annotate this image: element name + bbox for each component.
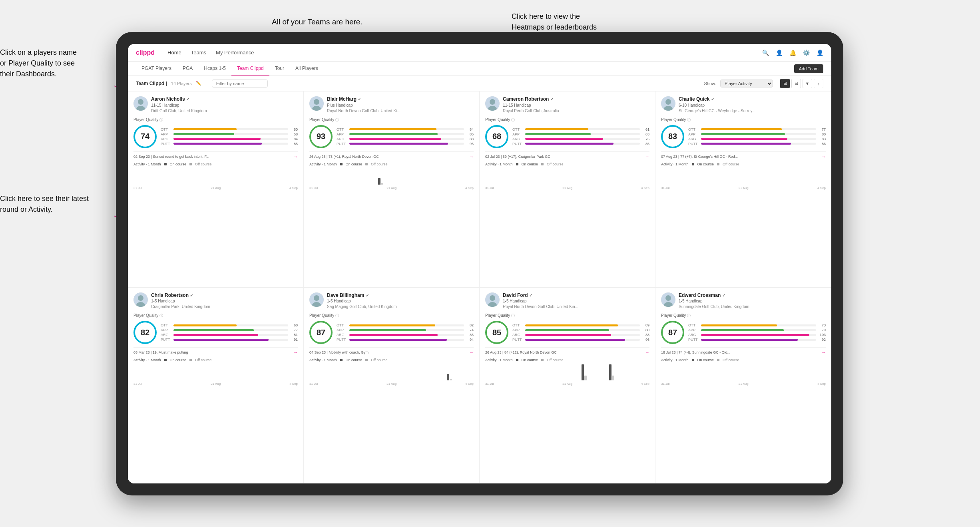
add-team-button[interactable]: Add Team bbox=[794, 64, 823, 73]
round-arrow-icon[interactable]: → bbox=[469, 154, 474, 159]
stat-row-putt: PUTT 96 bbox=[512, 338, 649, 342]
stat-row-app: APP 80 bbox=[512, 328, 649, 332]
date-end: 4 Sep bbox=[289, 186, 298, 190]
quality-circle[interactable]: 83 bbox=[661, 125, 684, 148]
stat-row-arg: ARG 81 bbox=[161, 333, 298, 337]
round-arrow-icon[interactable]: → bbox=[645, 350, 649, 355]
player-name[interactable]: Blair McHarg ✓ bbox=[327, 96, 474, 103]
round-arrow-icon[interactable]: → bbox=[293, 350, 298, 355]
latest-round[interactable]: 07 Aug 23 | 77 (+7), St George's Hill GC… bbox=[661, 151, 826, 159]
quality-score: 68 bbox=[492, 132, 501, 141]
on-course-dot bbox=[164, 163, 167, 165]
player-name[interactable]: Charlie Quick ✓ bbox=[679, 96, 826, 103]
date-end: 4 Sep bbox=[641, 382, 649, 386]
chart-container: 31 Jul 21 Aug 4 Sep bbox=[133, 168, 298, 190]
list-view-button[interactable]: ⊟ bbox=[791, 79, 801, 88]
quality-section[interactable]: 83 OTT 77 APP 80 ARG bbox=[661, 125, 826, 148]
latest-round[interactable]: 18 Jul 23 | 74 (+4), Sunningdale GC - Ol… bbox=[661, 347, 826, 355]
ott-label: OTT bbox=[688, 323, 699, 327]
on-course-dot bbox=[340, 163, 343, 165]
show-select[interactable]: Player Activity Quality Score Trend bbox=[720, 80, 773, 88]
nav-home[interactable]: Home bbox=[167, 50, 181, 56]
bell-icon[interactable]: 🔔 bbox=[789, 49, 796, 56]
chart-dates: 31 Jul 21 Aug 4 Sep bbox=[133, 186, 298, 190]
tab-tour[interactable]: Tour bbox=[269, 62, 290, 76]
profile-icon[interactable]: 👤 bbox=[775, 49, 783, 56]
player-card[interactable]: Aaron Nicholls ✓ 11-15 Handicap Drift Go… bbox=[128, 91, 304, 288]
ott-bar bbox=[525, 324, 618, 326]
player-card[interactable]: David Ford ✓ 1-5 Handicap Royal North De… bbox=[480, 288, 655, 484]
player-name[interactable]: David Ford ✓ bbox=[503, 292, 649, 299]
player-card[interactable]: Dave Billingham ✓ 1-5 Handicap Sag Magin… bbox=[304, 288, 480, 484]
off-course-dot bbox=[541, 359, 544, 361]
stat-row-ott: OTT 60 bbox=[161, 323, 298, 327]
latest-round[interactable]: 26 Aug 23 | 73 (+1), Royal North Devon G… bbox=[309, 151, 474, 159]
quality-circle[interactable]: 74 bbox=[133, 125, 157, 148]
quality-section[interactable]: 74 OTT 60 APP 58 ARG bbox=[133, 125, 298, 148]
chart-bars bbox=[309, 168, 474, 185]
quality-section[interactable]: 68 OTT 61 APP 63 ARG bbox=[485, 125, 649, 148]
quality-section[interactable]: 93 OTT 84 APP 85 ARG bbox=[309, 125, 474, 148]
avatar-icon[interactable]: 👤 bbox=[816, 49, 823, 56]
arg-bar-container bbox=[173, 334, 288, 336]
tab-hcaps[interactable]: Hcaps 1-5 bbox=[198, 62, 231, 76]
tab-all-players[interactable]: All Players bbox=[290, 62, 324, 76]
player-card[interactable]: Cameron Robertson ✓ 11-15 Handicap Royal… bbox=[480, 91, 655, 288]
quality-circle[interactable]: 87 bbox=[661, 321, 684, 344]
off-course-bar bbox=[584, 376, 587, 380]
grid-view-button[interactable]: ⊞ bbox=[780, 79, 790, 88]
round-arrow-icon[interactable]: → bbox=[293, 154, 298, 159]
filter-button[interactable]: ▼ bbox=[803, 79, 812, 88]
round-arrow-icon[interactable]: → bbox=[821, 350, 826, 355]
edit-icon[interactable]: ✏️ bbox=[196, 81, 201, 86]
quality-circle[interactable]: 68 bbox=[485, 125, 508, 148]
quality-section[interactable]: 87 OTT 73 APP 79 ARG bbox=[661, 321, 826, 344]
latest-round[interactable]: 04 Sep 23 | Mobility with coach, Gym → bbox=[309, 347, 474, 355]
nav-teams[interactable]: Teams bbox=[191, 50, 206, 56]
sort-button[interactable]: ↕ bbox=[814, 79, 823, 88]
latest-round[interactable]: 02 Jul 23 | 59 (+17), Craigmillar Park G… bbox=[485, 151, 649, 159]
quality-circle[interactable]: 87 bbox=[309, 321, 333, 344]
date-start: 31 Jul bbox=[661, 382, 669, 386]
on-course-label: On course bbox=[522, 358, 538, 362]
quality-section[interactable]: 82 OTT 60 APP 77 ARG bbox=[133, 321, 298, 344]
quality-circle[interactable]: 82 bbox=[133, 321, 157, 344]
round-arrow-icon[interactable]: → bbox=[821, 154, 826, 159]
quality-section[interactable]: 85 OTT 89 APP 80 ARG bbox=[485, 321, 649, 344]
team-title: Team Clippd | bbox=[136, 81, 167, 86]
player-name[interactable]: Aaron Nicholls ✓ bbox=[151, 96, 298, 103]
round-arrow-icon[interactable]: → bbox=[645, 154, 649, 159]
quality-label: Player Quality ⓘ bbox=[661, 313, 826, 318]
on-course-dot bbox=[516, 359, 518, 361]
player-name[interactable]: Dave Billingham ✓ bbox=[327, 292, 474, 299]
player-card[interactable]: Blair McHarg ✓ Plus Handicap Royal North… bbox=[304, 91, 480, 288]
latest-round[interactable]: 02 Sep 23 | Sunset round to get back int… bbox=[133, 151, 298, 159]
svg-point-20 bbox=[314, 295, 319, 301]
tab-team-clippd[interactable]: Team Clippd bbox=[231, 62, 269, 76]
latest-round[interactable]: 03 Mar 23 | 19, Must make putting → bbox=[133, 347, 298, 355]
annotation-player-name: Click on a players nameor Player Quality… bbox=[0, 47, 77, 80]
filter-input[interactable] bbox=[212, 80, 268, 88]
arg-value: 81 bbox=[290, 333, 298, 337]
player-card[interactable]: Charlie Quick ✓ 6-10 Handicap St. George… bbox=[655, 91, 831, 288]
settings-icon[interactable]: ⚙️ bbox=[803, 49, 810, 56]
player-card[interactable]: Edward Crossman ✓ 1-5 Handicap Sunningda… bbox=[655, 288, 831, 484]
ott-bar bbox=[701, 128, 782, 130]
off-course-bar bbox=[612, 376, 614, 380]
tab-pga[interactable]: PGA bbox=[177, 62, 198, 76]
latest-round[interactable]: 26 Aug 23 | 84 (+12), Royal North Devon … bbox=[485, 347, 649, 355]
quality-circle[interactable]: 85 bbox=[485, 321, 508, 344]
player-card[interactable]: Chris Robertson ✓ 1-5 Handicap Craigmill… bbox=[128, 288, 304, 484]
player-name[interactable]: Cameron Robertson ✓ bbox=[503, 96, 649, 103]
quality-section[interactable]: 87 OTT 82 APP 74 ARG bbox=[309, 321, 474, 344]
nav-performance[interactable]: My Performance bbox=[216, 50, 254, 56]
date-mid: 21 Aug bbox=[562, 382, 572, 386]
round-arrow-icon[interactable]: → bbox=[469, 350, 474, 355]
player-header: Dave Billingham ✓ 1-5 Handicap Sag Magin… bbox=[309, 292, 474, 310]
arg-label: ARG bbox=[512, 137, 524, 141]
quality-circle[interactable]: 93 bbox=[309, 125, 333, 148]
search-icon[interactable]: 🔍 bbox=[762, 49, 769, 56]
player-name[interactable]: Chris Robertson ✓ bbox=[151, 292, 298, 299]
tab-pgat[interactable]: PGAT Players bbox=[136, 62, 177, 76]
player-name[interactable]: Edward Crossman ✓ bbox=[679, 292, 826, 299]
